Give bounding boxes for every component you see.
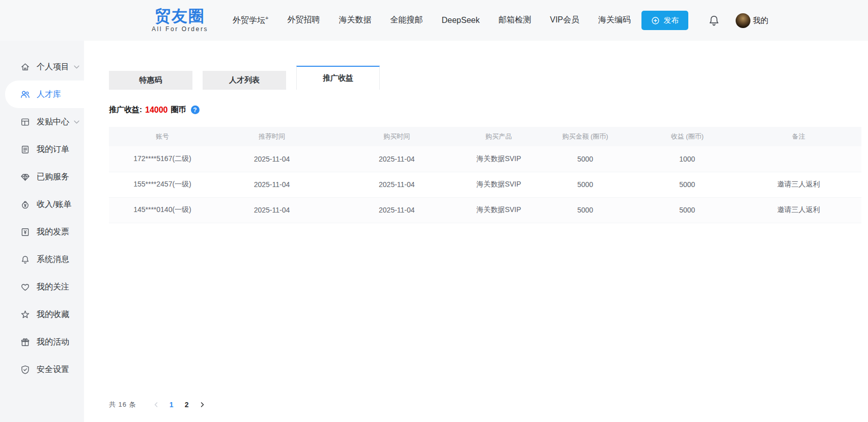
sidebar-item-label: 发贴中心 [37,117,69,127]
chevron-down-icon [74,65,79,69]
nav-item-forum[interactable]: 外贸学坛+ [233,15,268,26]
nav-item-email-check[interactable]: 邮箱检测 [498,15,531,25]
table-row: 145****0140(一级) 2025-11-04 2025-11-04 海关… [109,197,861,223]
sidebar-item-talent-pool[interactable]: 人才库 [5,81,84,108]
table-row: 155****2457(一级) 2025-11-04 2025-11-04 海关… [109,172,861,197]
sidebar-item-income-bills[interactable]: 收入/账单 [0,191,84,218]
cell-amount: 5000 [532,172,639,197]
diamond-icon [20,172,30,182]
column-header-referral-time: 推荐时间 [216,127,328,146]
nav-item-vip[interactable]: VIP会员 [550,15,579,25]
cell-account: 172****5167(二级) [109,146,216,172]
nav-forum-plus-badge: + [265,15,268,21]
cell-earnings: 5000 [639,197,736,223]
page-button-2[interactable]: 2 [179,397,194,412]
cell-earnings: 5000 [639,172,736,197]
cell-product: 海关数据SVIP [466,172,532,197]
cell-purchase-time: 2025-11-04 [328,172,465,197]
next-page-button[interactable] [194,397,210,412]
column-header-remark: 备注 [736,127,861,146]
sidebar-item-security-settings[interactable]: 安全设置 [0,356,84,383]
column-header-purchase-time: 购买时间 [328,127,465,146]
gift-icon [20,337,30,347]
chevron-down-icon [74,120,79,124]
sidebar-item-system-messages[interactable]: 系统消息 [0,246,84,273]
main-content: 特惠码 人才列表 推广收益 推广收益: 14000 圈币 ? 账号 推荐时间 购… [84,41,868,422]
shield-icon [20,365,30,375]
sidebar-item-my-favorites[interactable]: 我的收藏 [0,301,84,328]
invoice-icon [20,227,30,237]
table-header-row: 账号 推荐时间 购买时间 购买产品 购买金额 (圈币) 收益 (圈币) 备注 [109,127,861,146]
nav-item-email-search[interactable]: 全能搜邮 [390,15,423,25]
tab-promo-earnings[interactable]: 推广收益 [296,66,380,90]
coin-icon [20,200,30,209]
sidebar-item-label: 已购服务 [37,172,69,182]
column-header-account: 账号 [109,127,216,146]
cell-product: 海关数据SVIP [466,197,532,223]
tab-bar: 特惠码 人才列表 推广收益 [109,65,861,90]
star-icon [20,310,30,320]
nav-item-jobs[interactable]: 外贸招聘 [288,15,320,25]
chevron-right-icon [199,402,205,408]
message-bell-icon [20,255,30,265]
grid-icon [20,117,30,127]
column-header-product: 购买产品 [466,127,532,146]
plus-circle-icon [651,16,660,25]
cell-account: 145****0140(一级) [109,197,216,223]
earnings-value: 14000 [145,106,168,115]
publish-button[interactable]: 发布 [641,11,688,30]
cell-purchase-time: 2025-11-04 [328,146,465,172]
sidebar-item-label: 人才库 [37,89,61,100]
sidebar-item-my-follows[interactable]: 我的关注 [0,273,84,301]
users-icon [20,90,30,99]
sidebar: 个人项目 人才库 发贴中心 我的订单 已购服务 收入/账单 我的发票 系统消息 … [0,41,84,422]
pagination-total: 共 16 条 [109,400,136,409]
cell-purchase-time: 2025-11-04 [328,197,465,223]
avatar[interactable] [736,13,750,28]
earnings-unit: 圈币 [171,105,186,115]
sidebar-item-label: 系统消息 [37,254,69,265]
nav-item-customs-data[interactable]: 海关数据 [339,15,372,25]
sidebar-item-personal-projects[interactable]: 个人项目 [0,53,84,81]
table-row: 172****5167(二级) 2025-11-04 2025-11-04 海关… [109,146,861,172]
sidebar-item-label: 我的订单 [37,144,69,155]
sidebar-item-label: 安全设置 [37,364,69,375]
notifications-button[interactable] [708,14,720,27]
cell-referral-time: 2025-11-04 [216,172,328,197]
bell-icon [708,14,720,27]
question-icon[interactable]: ? [191,106,200,114]
chevron-left-icon [153,402,159,408]
nav-item-deepseek[interactable]: DeepSeek [442,16,480,25]
top-header: 贸友圈 All For Orders 外贸学坛+ 外贸招聘 海关数据 全能搜邮 … [0,0,868,41]
tab-talent-list[interactable]: 人才列表 [203,71,286,90]
cell-referral-time: 2025-11-04 [216,146,328,172]
sidebar-item-label: 收入/账单 [37,199,71,210]
cell-earnings: 1000 [639,146,736,172]
earnings-label: 推广收益: [109,105,142,115]
top-nav: 外贸学坛+ 外贸招聘 海关数据 全能搜邮 DeepSeek 邮箱检测 VIP会员… [233,15,631,26]
heart-icon [20,282,30,292]
sidebar-item-label: 我的活动 [37,337,69,348]
nav-item-hs-code[interactable]: 海关编码 [598,15,631,25]
logo-title: 贸友圈 [155,8,205,24]
my-account-label[interactable]: 我的 [753,16,768,25]
tab-special-code[interactable]: 特惠码 [109,71,192,90]
sidebar-item-purchased-services[interactable]: 已购服务 [0,163,84,191]
sidebar-item-my-activities[interactable]: 我的活动 [0,328,84,356]
header-right-cluster: 发布 我的 [641,11,768,30]
column-header-earnings: 收益 (圈币) [639,127,736,146]
sidebar-item-my-orders[interactable]: 我的订单 [0,136,84,163]
sidebar-item-post-center[interactable]: 发贴中心 [0,108,84,136]
order-icon [20,145,30,154]
sidebar-item-label: 我的关注 [37,282,69,293]
publish-button-label: 发布 [664,16,679,25]
sidebar-item-my-invoices[interactable]: 我的发票 [0,218,84,246]
earnings-summary: 推广收益: 14000 圈币 ? [109,105,861,115]
cell-amount: 5000 [532,146,639,172]
pagination: 共 16 条 1 2 [109,397,210,412]
page-button-1[interactable]: 1 [164,397,179,412]
site-logo[interactable]: 贸友圈 All For Orders [152,8,208,33]
cell-product: 海关数据SVIP [466,146,532,172]
cell-account: 155****2457(一级) [109,172,216,197]
prev-page-button[interactable] [149,397,164,412]
